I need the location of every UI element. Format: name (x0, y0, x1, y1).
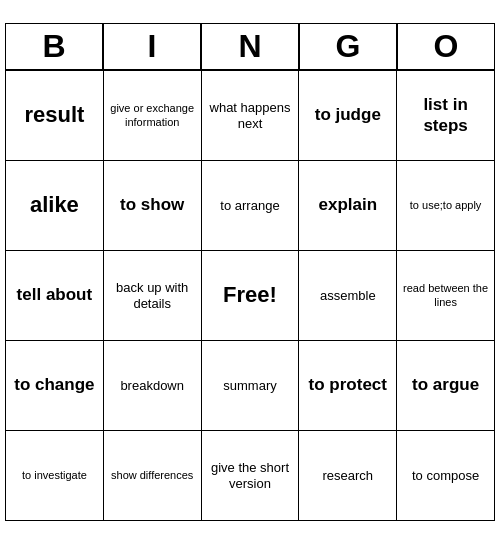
cell-text: to compose (412, 468, 479, 484)
cell-text: research (323, 468, 374, 484)
bingo-cell: breakdown (104, 341, 202, 431)
bingo-cell: give or exchange information (104, 71, 202, 161)
bingo-cell: tell about (6, 251, 104, 341)
cell-text: give the short version (206, 460, 295, 491)
cell-text: read between the lines (401, 282, 490, 308)
bingo-cell: summary (202, 341, 300, 431)
cell-text: summary (223, 378, 276, 394)
bingo-cell: list in steps (397, 71, 495, 161)
cell-text: to investigate (22, 469, 87, 482)
bingo-cell: to investigate (6, 431, 104, 521)
bingo-cell: to judge (299, 71, 397, 161)
bingo-cell: to compose (397, 431, 495, 521)
header-letter: N (201, 23, 299, 70)
header-letter: O (397, 23, 495, 70)
cell-text: to show (120, 195, 184, 215)
bingo-cell: to argue (397, 341, 495, 431)
cell-text: assemble (320, 288, 376, 304)
cell-text: to arrange (220, 198, 279, 214)
header-letter: I (103, 23, 201, 70)
cell-text: to argue (412, 375, 479, 395)
header-letter: G (299, 23, 397, 70)
header-letter: B (5, 23, 103, 70)
bingo-cell: explain (299, 161, 397, 251)
cell-text: to judge (315, 105, 381, 125)
bingo-grid: resultgive or exchange informationwhat h… (5, 70, 495, 521)
cell-text: alike (30, 192, 79, 218)
cell-text: to use;to apply (410, 199, 482, 212)
bingo-cell: give the short version (202, 431, 300, 521)
bingo-cell: to arrange (202, 161, 300, 251)
cell-text: give or exchange information (108, 102, 197, 128)
cell-text: to protect (309, 375, 387, 395)
bingo-cell: alike (6, 161, 104, 251)
bingo-header: BINGO (5, 23, 495, 70)
bingo-cell: what happens next (202, 71, 300, 161)
bingo-cell: back up with details (104, 251, 202, 341)
cell-text: result (24, 102, 84, 128)
bingo-cell: to use;to apply (397, 161, 495, 251)
cell-text: list in steps (401, 95, 490, 136)
cell-text: explain (318, 195, 377, 215)
bingo-cell: research (299, 431, 397, 521)
bingo-cell: show differences (104, 431, 202, 521)
cell-text: show differences (111, 469, 193, 482)
bingo-cell: result (6, 71, 104, 161)
bingo-cell: to show (104, 161, 202, 251)
cell-text: tell about (17, 285, 93, 305)
bingo-cell: read between the lines (397, 251, 495, 341)
bingo-cell: to change (6, 341, 104, 431)
bingo-board: BINGO resultgive or exchange information… (5, 23, 495, 521)
cell-text: back up with details (108, 280, 197, 311)
cell-text: to change (14, 375, 94, 395)
cell-text: Free! (223, 282, 277, 308)
bingo-cell: Free! (202, 251, 300, 341)
cell-text: what happens next (206, 100, 295, 131)
bingo-cell: assemble (299, 251, 397, 341)
cell-text: breakdown (120, 378, 184, 394)
bingo-cell: to protect (299, 341, 397, 431)
